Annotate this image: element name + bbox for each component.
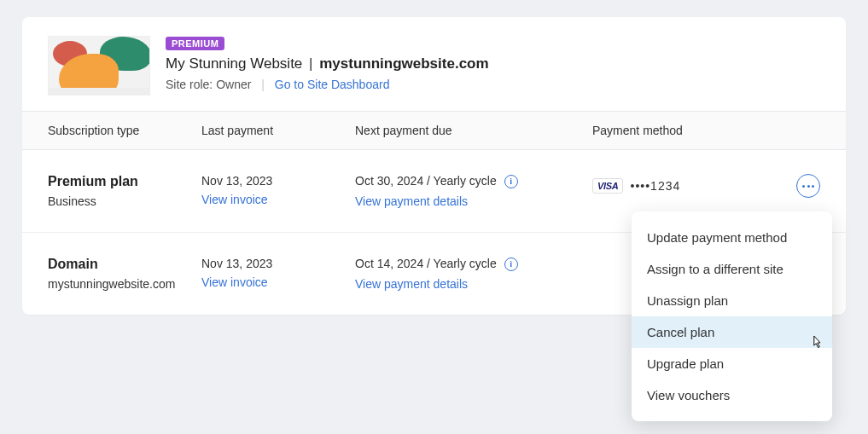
site-header: PREMIUM My Stunning Website | mystunning… <box>22 17 846 111</box>
info-icon[interactable]: i <box>504 175 518 188</box>
view-payment-details-link[interactable]: View payment details <box>355 277 468 291</box>
site-thumbnail <box>48 36 150 95</box>
view-invoice-link[interactable]: View invoice <box>201 275 268 289</box>
last-payment-date: Nov 13, 2023 <box>201 174 355 188</box>
menu-upgrade-plan[interactable]: Upgrade plan <box>632 348 832 379</box>
menu-update-payment[interactable]: Update payment method <box>632 222 832 253</box>
col-payment-method: Payment method <box>592 124 820 137</box>
more-actions-button[interactable] <box>796 174 820 198</box>
menu-cancel-plan[interactable]: Cancel plan <box>632 316 832 348</box>
col-last-payment: Last payment <box>201 124 355 137</box>
info-icon[interactable]: i <box>504 258 518 271</box>
view-invoice-link[interactable]: View invoice <box>201 193 268 206</box>
site-name: My Stunning Website <box>166 55 302 72</box>
menu-unassign-plan[interactable]: Unassign plan <box>632 285 832 316</box>
next-payment-text: Oct 14, 2024 / Yearly cycle <box>355 257 497 270</box>
cursor-icon <box>810 334 824 351</box>
plan-subtitle: mystunningwebsite.com <box>48 277 180 291</box>
site-title: My Stunning Website | mystunningwebsite.… <box>166 55 489 72</box>
dashboard-link[interactable]: Go to Site Dashboard <box>275 78 390 91</box>
menu-assign-site[interactable]: Assign to a different site <box>632 253 832 285</box>
site-role: Site role: Owner <box>166 78 251 91</box>
plan-title: Domain <box>48 257 201 272</box>
col-next-payment: Next payment due <box>355 124 592 137</box>
dots-icon <box>802 185 814 188</box>
last-payment-date: Nov 13, 2023 <box>201 257 355 270</box>
table-header: Subscription type Last payment Next paym… <box>22 111 846 150</box>
premium-badge: PREMIUM <box>166 37 224 50</box>
site-domain: mystunningwebsite.com <box>319 55 488 72</box>
menu-view-vouchers[interactable]: View vouchers <box>632 379 832 411</box>
card-last4: ••••1234 <box>630 179 680 193</box>
card-brand-badge: VISA <box>592 178 623 194</box>
plan-subtitle: Business <box>48 194 180 208</box>
view-payment-details-link[interactable]: View payment details <box>355 194 468 208</box>
subscription-row: Premium plan Business Nov 13, 2023 View … <box>22 150 846 233</box>
next-payment-text: Oct 30, 2024 / Yearly cycle <box>355 174 497 188</box>
actions-menu: Update payment method Assign to a differ… <box>632 211 832 421</box>
col-subscription: Subscription type <box>48 124 201 137</box>
subscriptions-card: PREMIUM My Stunning Website | mystunning… <box>22 17 846 315</box>
plan-title: Premium plan <box>48 174 201 189</box>
